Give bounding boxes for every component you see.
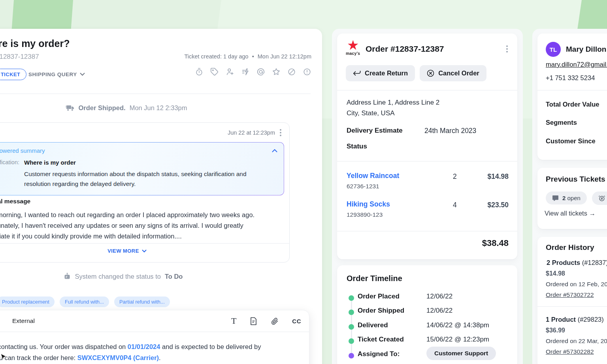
robot-icon (63, 272, 71, 280)
quick-reply-partial-refund[interactable]: Partial refund with... (114, 296, 170, 307)
quick-reply-full-refund[interactable]: Full refund with... (60, 296, 109, 307)
order-card-divider-1 (337, 90, 517, 90)
previous-tickets-title: Previous Tickets (546, 175, 605, 184)
block-icon[interactable] (287, 68, 296, 76)
previous-tickets-card: Previous Tickets 2 open View all tickets… (537, 168, 607, 229)
order-history-card: Order History 2 Products (#12837) $14.98… (537, 237, 607, 364)
create-return-button[interactable]: Create Return (346, 65, 415, 81)
chat-icon (552, 195, 559, 201)
original-message-body: Good morning, I wanted to reach out rega… (0, 210, 254, 242)
timeline-label: Order Shipped (358, 307, 404, 315)
classification-value: Where is my order (24, 159, 76, 166)
customer-email[interactable]: mary.dillon72@gmail.com (546, 61, 607, 68)
header-divider (0, 94, 311, 94)
ticket-category-dropdown[interactable]: SHIPPING QUERY (28, 71, 85, 77)
timeline-value: 14/06/22 @ 14:38pm (426, 321, 489, 329)
ticket-created-meta: Ticket created: 1 day ago • Mon Jun 22 1… (184, 53, 311, 60)
automation-icon[interactable] (241, 68, 250, 76)
text-format-icon[interactable]: T (231, 317, 236, 325)
template-document-icon[interactable] (250, 317, 257, 325)
event-status-change: System changed the status to To Do (0, 272, 246, 280)
tracking-link[interactable]: SWXCEXYMV0P4 (Carrier) (77, 354, 159, 361)
reply-composer[interactable]: External T CC Thank you for contacting u… (0, 310, 309, 364)
assign-user-icon[interactable] (226, 68, 234, 76)
timeline-dot-assigned (349, 353, 354, 358)
item-link[interactable]: Hiking Socks (347, 200, 390, 208)
timeline-label: Delivered (358, 321, 388, 329)
assigned-team-badge[interactable]: Customer Support (426, 347, 496, 360)
chevron-up-icon[interactable] (272, 149, 277, 152)
timeline-dot (349, 295, 354, 301)
customer-card-divider (537, 90, 607, 90)
item-sku: 62736-1231 (347, 183, 379, 190)
item-link[interactable]: Yellow Raincoat (347, 172, 399, 180)
order-card: ★ macy's Order #12837-12387 Create Retur… (337, 34, 517, 259)
item-sku: 1293890-123 (347, 211, 383, 218)
customer-card: TL Mary Dillon mary.dillon72@gmail.com +… (537, 34, 607, 160)
open-tickets-pill[interactable]: 2 open (546, 191, 587, 205)
cancel-order-button[interactable]: Cancel Order (420, 65, 486, 81)
history-order-link[interactable]: Order #57302282 (546, 348, 594, 355)
delivery-estimate-value: 24th March 2023 (424, 127, 476, 135)
order-card-divider-2 (337, 161, 517, 161)
ai-summary-description: Customer requests information about the … (24, 169, 277, 189)
message-menu-icon[interactable] (280, 129, 281, 136)
chevron-down-icon (142, 250, 147, 253)
history-order-link[interactable]: Order #57302722 (546, 291, 594, 298)
history-order-products: 2 Products (#12837) (547, 259, 607, 266)
mention-icon[interactable] (256, 68, 265, 76)
snoozed-tickets-pill[interactable] (592, 191, 607, 205)
star-icon[interactable] (272, 68, 281, 76)
delivery-estimate-label: Delivery Estimate (347, 127, 403, 135)
snooze-timer-icon[interactable] (195, 68, 204, 76)
composer-line-1[interactable]: Thank you for contacting us. Your order … (0, 343, 261, 351)
history-order-date: Ordered on 22 Mar, 2023 (546, 338, 607, 345)
composer-mode-selector[interactable]: External (12, 317, 35, 325)
message-footer-divider (0, 243, 289, 244)
order-card-divider-3 (337, 231, 517, 231)
priority-icon[interactable] (303, 68, 311, 76)
ticket-panel: Where is my order? #12837-12387 Ticket c… (0, 29, 322, 364)
order-timeline-card: Order Timeline Order Placed 12/06/22 Ord… (337, 265, 517, 364)
timeline-dot (349, 338, 354, 344)
dispatch-date-link[interactable]: 01/01/2024 (128, 343, 160, 350)
cc-button[interactable]: CC (292, 318, 301, 325)
address-line-2: City, State, USA (347, 109, 395, 117)
item-price: $14.98 (487, 173, 509, 181)
ai-summary-title: AI-powered summary (0, 147, 277, 154)
macys-logo: ★ macy's (346, 39, 360, 56)
composer-line-2[interactable]: You can track the order here: SWXCEXYMV0… (0, 354, 161, 362)
timeline-value: 15/06/22 @ 12:23pm (426, 336, 489, 343)
attachment-icon[interactable] (271, 317, 279, 325)
address-line-1: Address Line 1, Address Line 2 (347, 99, 439, 107)
chevron-down-icon (80, 73, 85, 76)
ticket-id: #12837-12387 (0, 53, 39, 61)
view-more-button[interactable]: VIEW MORE (0, 248, 289, 254)
quick-reply-product-replacement[interactable]: Product replacement (0, 296, 55, 307)
item-price: $23.50 (487, 201, 509, 209)
view-all-tickets-link[interactable]: View all tickets → (545, 210, 596, 217)
order-menu-icon[interactable] (506, 45, 508, 53)
truck-icon (66, 105, 74, 112)
ticket-status-badge[interactable]: TICKET (0, 69, 26, 80)
history-order-price: $14.98 (546, 270, 565, 277)
timeline-label: Order Placed (358, 293, 400, 300)
message-card: Jun 22 at 12:23pm AI-powered summary Cla… (0, 122, 290, 263)
tag-icon[interactable] (210, 68, 219, 76)
customer-phone: +1 751 332 5234 (546, 74, 595, 82)
timeline-value: 12/06/22 (426, 307, 452, 315)
item-qty: 2 (453, 173, 457, 181)
app-background: Where is my order? #12837-12387 Ticket c… (0, 0, 607, 364)
status-value: To Do (165, 273, 183, 280)
classification-label: Classification: (0, 159, 19, 166)
cancel-circle-icon (427, 69, 434, 77)
order-timeline-title: Order Timeline (347, 274, 402, 283)
event-order-shipped: Order Shipped. Mon Jun 12 2:33pm (0, 104, 253, 112)
history-order-date: Ordered on 12 Feb, 2023 (546, 281, 607, 288)
history-order-products: 1 Product (#29823) (546, 316, 604, 323)
order-status-label: Status (347, 143, 367, 150)
history-order-price: $36.99 (546, 327, 565, 334)
customer-name: Mary Dillon (566, 45, 606, 54)
ai-summary-box: AI-powered summary Classification: Where… (0, 142, 284, 195)
return-arrow-icon (353, 70, 361, 77)
